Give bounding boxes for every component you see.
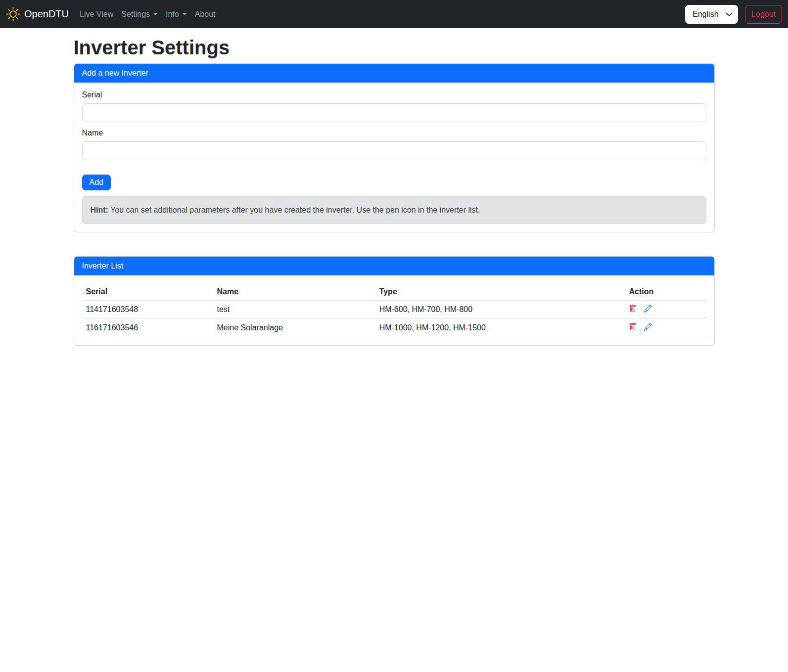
table-row: 116171603546 Meine Solaranlage HM-1000, … [82, 319, 706, 337]
nav-item-label: Live View [80, 10, 113, 19]
nav-item-live-view[interactable]: Live View [76, 6, 117, 23]
hint-text: You can set additional parameters after … [110, 206, 480, 214]
caret-down-icon [182, 13, 187, 15]
table-row: 114171603548 test HM-600, HM-700, HM-800 [82, 301, 706, 319]
inverter-table: Serial Name Type Action 114171603548 tes… [82, 283, 706, 337]
trash-icon [629, 305, 637, 313]
page-title: Inverter Settings [74, 36, 715, 59]
name-field-group: Name [82, 129, 706, 160]
cell-type: HM-1000, HM-1200, HM-1500 [375, 319, 625, 337]
trash-icon [629, 323, 637, 331]
delete-inverter-button[interactable] [629, 305, 637, 313]
brand-text: OpenDTU [24, 8, 69, 20]
sun-icon [6, 7, 20, 21]
language-select[interactable]: English [685, 5, 738, 24]
pencil-icon [644, 305, 652, 313]
column-header-name: Name [213, 283, 375, 301]
name-input[interactable] [82, 141, 706, 160]
nav-item-about[interactable]: About [191, 6, 220, 23]
name-label: Name [82, 129, 706, 137]
cell-action [625, 319, 706, 337]
caret-down-icon [153, 13, 158, 15]
cell-serial: 114171603548 [82, 301, 213, 319]
hint-alert: Hint: You can set additional parameters … [82, 196, 706, 224]
delete-inverter-button[interactable] [629, 323, 637, 331]
main-nav: Live View Settings Info About [76, 6, 220, 23]
nav-item-settings[interactable]: Settings [117, 6, 162, 23]
serial-input[interactable] [82, 103, 706, 122]
navbar: OpenDTU Live View Settings Info About En… [0, 0, 788, 28]
inverter-list-card-body: Serial Name Type Action 114171603548 tes… [74, 275, 714, 345]
inverter-list-card-header: Inverter List [74, 257, 714, 275]
serial-field-group: Serial [82, 90, 706, 122]
cell-serial: 116171603546 [82, 319, 213, 337]
logout-button[interactable]: Logout [745, 5, 782, 24]
language-select-wrap: English [685, 5, 738, 24]
main-content: Inverter Settings Add a new Inverter Ser… [68, 28, 721, 346]
add-inverter-card-header: Add a new Inverter [74, 64, 714, 83]
edit-inverter-button[interactable] [644, 323, 652, 331]
serial-label: Serial [82, 90, 706, 99]
column-header-action: Action [625, 283, 706, 301]
column-header-type: Type [375, 283, 625, 301]
inverter-list-card: Inverter List Serial Name Type Action 11… [74, 256, 715, 346]
add-inverter-card-body: Serial Name Add Hint: You can set additi… [74, 83, 714, 232]
column-header-serial: Serial [82, 283, 213, 301]
add-button[interactable]: Add [82, 175, 111, 190]
nav-item-label: Settings [121, 10, 150, 19]
add-inverter-card: Add a new Inverter Serial Name Add Hint:… [74, 63, 715, 232]
nav-item-label: About [195, 10, 216, 19]
cell-name: test [213, 301, 375, 319]
nav-item-label: Info [166, 10, 179, 19]
navbar-right: English Logout [685, 5, 782, 24]
cell-action [625, 301, 706, 319]
cell-name: Meine Solaranlage [213, 319, 375, 337]
edit-inverter-button[interactable] [644, 305, 652, 313]
table-header-row: Serial Name Type Action [82, 283, 706, 301]
pencil-icon [644, 323, 652, 331]
brand-link[interactable]: OpenDTU [6, 7, 69, 21]
nav-item-info[interactable]: Info [162, 6, 191, 23]
cell-type: HM-600, HM-700, HM-800 [375, 301, 625, 319]
hint-label: Hint: [91, 206, 108, 214]
